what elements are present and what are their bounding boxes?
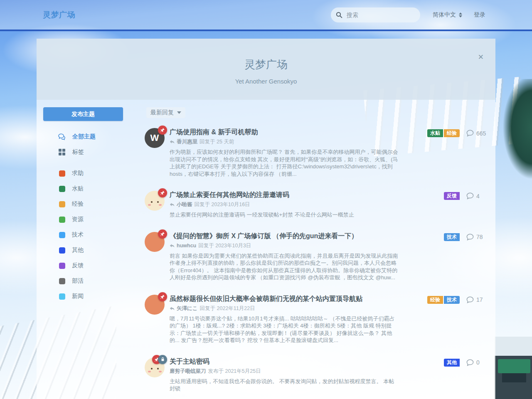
- comment-bubble-icon: [466, 234, 474, 241]
- tag-pill[interactable]: 经验: [444, 129, 460, 137]
- comment-bubble-icon: [466, 296, 474, 303]
- main-panel: 灵梦广场 Yet Another Gensokyo ✕ 发布主题 全部主题: [37, 39, 495, 399]
- thread-author[interactable]: 小啪酱: [177, 201, 192, 208]
- thread-snippet: 嗯，7月11号说要弄这个贴，结果10月1号才来搞... 咕咕咕咕咕咕～ （不愧是…: [170, 315, 398, 344]
- reply-count: 665: [466, 130, 489, 137]
- avatar[interactable]: [145, 357, 165, 377]
- language-selector[interactable]: 简体中文: [433, 11, 462, 19]
- thread-author[interactable]: 香川惠里: [177, 138, 197, 145]
- tag-pill[interactable]: 反馈: [444, 192, 460, 200]
- sidebar-tag-xinwen[interactable]: 新闻: [43, 292, 141, 301]
- tag-pill[interactable]: 其他: [444, 359, 460, 367]
- thread-time: 回复于 2022年11月22日: [200, 305, 255, 312]
- sidebar-tag-qita[interactable]: 其他: [43, 246, 141, 255]
- reply-count-number: 4: [476, 193, 480, 200]
- pin-badge-icon: [158, 229, 167, 239]
- thread-row[interactable]: 虽然标题很长但依旧大概率会被萌新们无视的某个站内置顶导航贴 矢澤にこ 回复于 2…: [141, 295, 489, 344]
- thread-right-group: 水贴 经验 665: [398, 128, 489, 137]
- reply-count: 78: [466, 234, 489, 241]
- tag-label: 求助: [72, 170, 84, 177]
- thread-title[interactable]: 广场禁止索要任何其他网站的注册邀请码: [170, 191, 398, 199]
- search-box[interactable]: [331, 7, 420, 22]
- pin-badge-icon: [158, 188, 167, 197]
- brand-title[interactable]: 灵梦广场: [43, 10, 75, 20]
- thread-body: 虽然标题很长但依旧大概率会被萌新们无视的某个站内置顶导航贴 矢澤にこ 回复于 2…: [170, 295, 398, 344]
- green-bench: [498, 359, 530, 373]
- thread-tags: 技术: [444, 233, 460, 241]
- header-right-group: 简体中文 登录: [331, 7, 485, 22]
- sidebar-item-tags[interactable]: 标签: [43, 147, 141, 157]
- sidebar-tag-qiuzhu[interactable]: 求助: [43, 169, 141, 178]
- thread-time: 发布于 2021年5月25日: [208, 368, 261, 375]
- thread-snippet: 前言 如果你是因为需要大佬们的某些协助而正在阅读此指南，并且最后离开是因为发现从…: [170, 252, 398, 281]
- tag-label: 部活: [72, 277, 84, 285]
- hero-subtitle: Yet Another Gensokyo: [235, 78, 297, 85]
- tag-label: 反馈: [72, 262, 84, 269]
- tag-color-swatch: [59, 247, 65, 254]
- sidebar-tag-jishu[interactable]: 技术: [43, 230, 141, 239]
- thread-time: 回复于 25 天前: [200, 138, 234, 145]
- thread-row[interactable]: 《提问的智慧》御所 X 广场修订版 （伸手的先gun进来看一下） huwhcu …: [141, 232, 489, 281]
- welcome-hero: 灵梦广场 Yet Another Gensokyo ✕: [37, 39, 495, 100]
- thread-title[interactable]: 关于主站密码: [170, 357, 398, 366]
- reply-count: 17: [466, 296, 489, 303]
- thread-author[interactable]: 磨剪子嘞戗菜刀: [170, 368, 206, 375]
- tag-color-swatch: [59, 201, 65, 207]
- thread-right-group: 经验 技术 17: [398, 295, 489, 304]
- login-button[interactable]: 登录: [474, 11, 485, 19]
- tag-color-swatch: [59, 278, 65, 284]
- tag-color-swatch: [59, 170, 65, 177]
- bench-shadow: [502, 373, 526, 382]
- comment-bubble-icon: [466, 359, 474, 366]
- reply-icon: [170, 306, 175, 311]
- thread-title[interactable]: 广场使用指南 & 新手司机帮助: [170, 128, 398, 136]
- thread-meta: 矢澤にこ 回复于 2022年11月22日: [170, 305, 398, 312]
- sidebar-tag-list: 求助 水贴 经验 资源 技术: [43, 169, 141, 301]
- search-icon: [336, 12, 342, 18]
- thread-tags: 水贴 经验: [427, 129, 460, 137]
- hero-title: 灵梦广场: [244, 57, 288, 72]
- new-topic-button[interactable]: 发布主题: [43, 107, 123, 121]
- reply-icon: [170, 244, 175, 248]
- thread-row[interactable]: 广场禁止索要任何其他网站的注册邀请码 小啪酱 回复于 2023年10月16日 禁…: [141, 191, 489, 219]
- chevron-down-icon: [177, 111, 181, 114]
- sidebar-tag-jingyan[interactable]: 经验: [43, 200, 141, 209]
- tag-pill[interactable]: 技术: [444, 296, 460, 304]
- sort-dropdown[interactable]: 最新回复: [146, 107, 185, 118]
- thread-body: 广场禁止索要任何其他网站的注册邀请码 小啪酱 回复于 2023年10月16日 禁…: [170, 191, 398, 219]
- thread-row[interactable]: W 广场使用指南 & 新手司机帮助 香川惠里 回复于 25 天前 作为萌新，应该…: [141, 128, 489, 177]
- thread-body: 关于主站密码 磨剪子嘞戗菜刀 发布于 2021年5月25日 主站用通用密码，不知…: [170, 357, 398, 392]
- thread-meta: 磨剪子嘞戗菜刀 发布于 2021年5月25日: [170, 368, 398, 375]
- thread-author[interactable]: huwhcu: [177, 243, 196, 249]
- avatar[interactable]: [145, 295, 165, 315]
- reply-count-number: 78: [476, 234, 483, 240]
- sidebar-tag-ziyuan[interactable]: 资源: [43, 215, 141, 224]
- foliage-decoration: [490, 79, 532, 200]
- sidebar-tag-fankui[interactable]: 反馈: [43, 261, 141, 270]
- tag-color-swatch: [59, 217, 65, 223]
- thread-meta: 香川惠里 回复于 25 天前: [170, 138, 398, 145]
- close-icon[interactable]: ✕: [478, 54, 484, 61]
- sidebar-tag-shuitie[interactable]: 水贴: [43, 184, 141, 193]
- thread-author[interactable]: 矢澤にこ: [177, 305, 198, 312]
- sidebar-item-all-discussions[interactable]: 全部主题: [43, 132, 141, 142]
- thread-tags: 反馈: [444, 192, 460, 200]
- tag-color-swatch: [59, 186, 65, 192]
- thread-row[interactable]: 关于主站密码 磨剪子嘞戗菜刀 发布于 2021年5月25日 主站用通用密码，不知…: [141, 357, 489, 392]
- avatar[interactable]: [145, 232, 165, 252]
- avatar[interactable]: W: [145, 128, 165, 148]
- reply-count: 0: [466, 359, 489, 366]
- tags-grid-icon: [58, 148, 66, 156]
- search-input[interactable]: [346, 11, 414, 19]
- tag-pill[interactable]: 水贴: [427, 129, 443, 137]
- platform-wall: [495, 337, 532, 356]
- thread-snippet: 禁止索要任何网站的注册邀请码 一经发现锁帖+封禁 不论是什么网站一概禁止: [170, 211, 398, 219]
- tag-pill[interactable]: 经验: [427, 296, 443, 304]
- tag-pill[interactable]: 技术: [444, 233, 460, 241]
- tag-label: 新闻: [72, 293, 84, 300]
- tag-label: 资源: [72, 216, 84, 223]
- avatar[interactable]: [145, 191, 165, 211]
- thread-title[interactable]: 《提问的智慧》御所 X 广场修订版 （伸手的先gun进来看一下）: [170, 232, 398, 240]
- sidebar-tag-buhuo[interactable]: 部活: [43, 276, 141, 286]
- thread-title[interactable]: 虽然标题很长但依旧大概率会被萌新们无视的某个站内置顶导航贴: [170, 295, 398, 303]
